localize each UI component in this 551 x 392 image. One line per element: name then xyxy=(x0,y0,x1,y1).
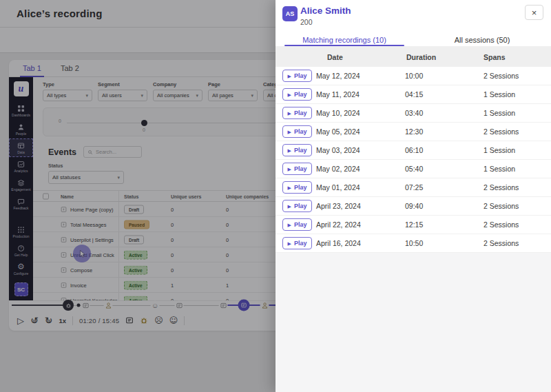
play-recording-button[interactable]: ▶ Play xyxy=(282,237,312,249)
recording-spans: 2 Sessions xyxy=(484,183,519,192)
recording-date: May 03, 2024 xyxy=(316,146,360,154)
play-icon: ▶ xyxy=(288,148,291,153)
play-icon: ▶ xyxy=(288,204,291,209)
recording-date: May 10, 2024 xyxy=(316,109,360,117)
panel-tab-label: All sessions (50) xyxy=(455,36,510,44)
recordings-table-header: Date Duration Spans xyxy=(276,47,551,67)
recording-duration: 04:15 xyxy=(405,90,423,99)
column-date: Date xyxy=(327,53,343,61)
recording-duration: 09:40 xyxy=(405,202,423,210)
panel-tab-bar: Matching recordings (10) All sessions (5… xyxy=(276,33,551,47)
recording-duration: 06:10 xyxy=(405,146,423,154)
table-row: ▶ Play April 16, 2024 10:50 2 Sessions xyxy=(276,234,551,253)
play-icon: ▶ xyxy=(288,92,291,97)
recording-spans: 2 Sessions xyxy=(484,127,519,136)
recording-duration: 10:00 xyxy=(405,72,423,80)
play-icon: ▶ xyxy=(288,111,291,116)
table-row: ▶ Play May 10, 2024 03:40 1 Session xyxy=(276,104,551,123)
play-recording-button[interactable]: ▶ Play xyxy=(282,125,312,138)
recording-date: May 12, 2024 xyxy=(316,72,360,80)
panel-tab[interactable]: Matching recordings (10) xyxy=(276,33,413,46)
recording-date: May 11, 2024 xyxy=(316,90,360,99)
recording-duration: 12:30 xyxy=(405,127,423,136)
recording-duration: 12:15 xyxy=(405,220,423,229)
recording-date: May 01, 2024 xyxy=(316,183,360,192)
table-row: ▶ Play May 03, 2024 06:10 1 Session xyxy=(276,141,551,160)
panel-header: AS Alice Smith 200 × xyxy=(276,0,551,33)
play-recording-button[interactable]: ▶ Play xyxy=(282,88,312,101)
user-subtitle: 200 xyxy=(300,18,313,26)
table-row: ▶ Play May 02, 2024 05:40 1 Session xyxy=(276,160,551,178)
play-recording-button[interactable]: ▶ Play xyxy=(282,107,312,119)
user-avatar: AS xyxy=(282,6,298,21)
table-row: ▶ Play May 11, 2024 04:15 1 Session xyxy=(276,85,551,104)
recording-spans: 1 Session xyxy=(484,165,515,173)
recording-spans: 2 Sessions xyxy=(484,202,519,210)
panel-tab-label: Matching recordings (10) xyxy=(302,36,386,44)
play-recording-button[interactable]: ▶ Play xyxy=(282,200,312,212)
play-icon: ▶ xyxy=(288,130,291,134)
recording-spans: 1 Session xyxy=(484,109,515,117)
recording-spans: 1 Session xyxy=(484,146,515,154)
screen: Alice’s recording Tab 1 Tab 2 u xyxy=(0,0,551,392)
recording-date: May 05, 2024 xyxy=(316,127,360,136)
play-icon: ▶ xyxy=(288,74,291,79)
table-row: ▶ Play May 01, 2024 07:25 2 Sessions xyxy=(276,178,551,197)
recording-spans: 1 Session xyxy=(484,90,515,99)
recording-duration: 07:25 xyxy=(405,183,423,192)
recording-duration: 05:40 xyxy=(405,165,423,173)
play-icon: ▶ xyxy=(288,241,291,246)
column-spans: Spans xyxy=(484,53,506,61)
play-recording-button[interactable]: ▶ Play xyxy=(282,163,312,175)
panel-tab[interactable]: All sessions (50) xyxy=(413,33,551,46)
recording-spans: 2 Sessions xyxy=(484,239,519,247)
play-icon: ▶ xyxy=(288,167,291,172)
recording-date: April 23, 2024 xyxy=(316,202,361,210)
panel-empty-area xyxy=(276,253,551,392)
table-row: ▶ Play May 05, 2024 12:30 2 Sessions xyxy=(276,123,551,141)
recording-duration: 03:40 xyxy=(405,109,423,117)
recording-duration: 10:50 xyxy=(405,239,423,247)
table-row: ▶ Play May 12, 2024 10:00 2 Sessions xyxy=(276,67,551,85)
play-recording-button[interactable]: ▶ Play xyxy=(282,181,312,194)
recording-spans: 2 Sessions xyxy=(484,220,519,229)
recording-date: May 02, 2024 xyxy=(316,165,360,173)
table-row: ▶ Play April 22, 2024 12:15 2 Sessions xyxy=(276,216,551,234)
recording-date: April 22, 2024 xyxy=(316,220,361,229)
table-row: ▶ Play April 23, 2024 09:40 2 Sessions xyxy=(276,197,551,216)
play-recording-button[interactable]: ▶ Play xyxy=(282,144,312,156)
recordings-table-rows: ▶ Play May 12, 2024 10:00 2 Sessions ▶ P… xyxy=(276,67,551,253)
recording-date: April 16, 2024 xyxy=(316,239,361,247)
user-detail-panel: AS Alice Smith 200 × Matching recordings… xyxy=(276,0,551,392)
close-button[interactable]: × xyxy=(525,5,543,20)
close-icon: × xyxy=(532,8,537,18)
column-duration: Duration xyxy=(406,53,436,61)
play-icon: ▶ xyxy=(288,223,291,227)
user-name: Alice Smith xyxy=(300,6,351,16)
play-recording-button[interactable]: ▶ Play xyxy=(282,70,312,82)
recording-spans: 2 Sessions xyxy=(484,72,519,80)
play-icon: ▶ xyxy=(288,185,291,190)
play-recording-button[interactable]: ▶ Play xyxy=(282,218,312,231)
